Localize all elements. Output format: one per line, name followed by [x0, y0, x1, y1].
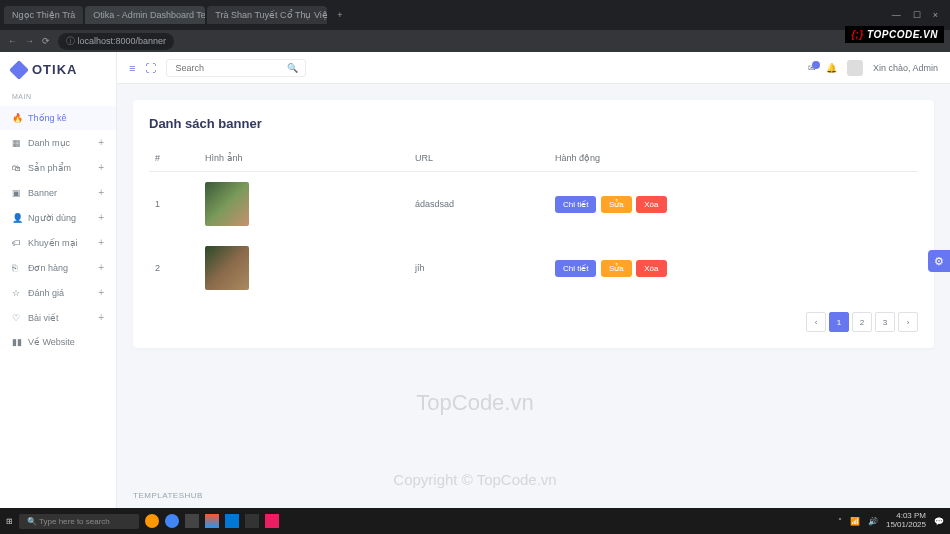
detail-button[interactable]: Chi tiết [555, 196, 596, 213]
reload-icon[interactable]: ⟳ [42, 36, 50, 46]
logo-icon [9, 60, 29, 80]
expand-icon: + [98, 312, 104, 323]
bell-icon[interactable]: 🔔 [826, 63, 837, 73]
tray-wifi-icon[interactable]: 📶 [850, 517, 860, 526]
browser-tab[interactable]: Ngọc Thiện Trà [4, 6, 83, 24]
tray-volume-icon[interactable]: 🔊 [868, 517, 878, 526]
browser-tab[interactable]: Trà Shan Tuyết Cổ Thụ Việt Na... [207, 6, 327, 24]
menu-toggle-icon[interactable]: ≡ [129, 62, 135, 74]
sidebar-item-khuyến-mại[interactable]: 🏷Khuyến mại+ [0, 230, 116, 255]
detail-button[interactable]: Chi tiết [555, 260, 596, 277]
pagination: ‹ 123 › [149, 312, 918, 332]
task-app-icon[interactable] [145, 514, 159, 528]
logo[interactable]: OTIKA [0, 52, 116, 87]
sidebar-item-đánh-giá[interactable]: ☆Đánh giá+ [0, 280, 116, 305]
col-url: URL [409, 145, 549, 172]
edit-button[interactable]: Sửa [601, 260, 632, 277]
expand-icon: + [98, 187, 104, 198]
sidebar-item-sản-phẩm[interactable]: 🛍Sản phẩm+ [0, 155, 116, 180]
notification-icon[interactable]: 💬 [934, 517, 944, 526]
sidebar-item-banner[interactable]: ▣Banner+ [0, 180, 116, 205]
page-prev[interactable]: ‹ [806, 312, 826, 332]
footer: TEMPLATESHUB [117, 483, 950, 508]
url-field[interactable]: ⓘ localhost:8000/banner [58, 33, 174, 50]
nav-label: Đơn hàng [28, 263, 68, 273]
page-3[interactable]: 3 [875, 312, 895, 332]
page-2[interactable]: 2 [852, 312, 872, 332]
table-row: 1 ádasdsad Chi tiết Sửa Xóa [149, 172, 918, 237]
banner-thumbnail[interactable] [205, 246, 249, 290]
task-app-icon[interactable] [265, 514, 279, 528]
watermark-topcode: {;} TOPCODE.VN [845, 26, 944, 43]
start-icon[interactable]: ⊞ [6, 517, 13, 526]
clock-date[interactable]: 15/01/2025 [886, 521, 926, 530]
nav-icon: 🔥 [12, 113, 22, 123]
nav-icon: ⎘ [12, 263, 22, 273]
nav-icon: ▣ [12, 188, 22, 198]
edit-button[interactable]: Sửa [601, 196, 632, 213]
nav-label: Thống kê [28, 113, 67, 123]
cell-num: 2 [149, 236, 199, 300]
task-app-icon[interactable] [185, 514, 199, 528]
cell-url: jíh [409, 236, 549, 300]
task-app-icon[interactable] [165, 514, 179, 528]
nav-label: Đánh giá [28, 288, 64, 298]
fullscreen-icon[interactable]: ⛶ [145, 62, 156, 74]
sidebar-item-về-website[interactable]: ▮▮Về Website [0, 330, 116, 354]
cell-url: ádasdsad [409, 172, 549, 237]
nav-label: Người dùng [28, 213, 76, 223]
new-tab-button[interactable]: + [329, 10, 350, 20]
sidebar-item-đơn-hàng[interactable]: ⎘Đơn hàng+ [0, 255, 116, 280]
search-box[interactable]: 🔍 [166, 59, 306, 77]
maximize-icon[interactable]: ☐ [913, 10, 921, 20]
task-app-icon[interactable] [225, 514, 239, 528]
expand-icon: + [98, 212, 104, 223]
tray-chevron-icon[interactable]: ˄ [838, 517, 842, 526]
task-app-icon[interactable] [245, 514, 259, 528]
expand-icon: + [98, 237, 104, 248]
nav-section-label: MAIN [0, 87, 116, 106]
back-icon[interactable]: ← [8, 36, 17, 46]
sidebar-item-người-dùng[interactable]: 👤Người dùng+ [0, 205, 116, 230]
greeting-text: Xin chào, Admin [873, 63, 938, 73]
delete-button[interactable]: Xóa [636, 260, 666, 277]
nav-icon: ♡ [12, 313, 22, 323]
col-image: Hình ảnh [199, 145, 409, 172]
sidebar: OTIKA MAIN 🔥Thống kê▦Danh mục+🛍Sản phẩm+… [0, 52, 117, 508]
sidebar-item-thống-kê[interactable]: 🔥Thống kê [0, 106, 116, 130]
banner-table: # Hình ảnh URL Hành động 1 ádasdsad Chi … [149, 145, 918, 300]
nav-label: Banner [28, 188, 57, 198]
sidebar-item-bài-viết[interactable]: ♡Bài viết+ [0, 305, 116, 330]
col-num: # [149, 145, 199, 172]
mail-icon[interactable]: ✉ [808, 63, 816, 73]
nav-label: Khuyến mại [28, 238, 78, 248]
nav-label: Về Website [28, 337, 75, 347]
delete-button[interactable]: Xóa [636, 196, 666, 213]
nav-icon: ▦ [12, 138, 22, 148]
taskbar-search[interactable]: 🔍 Type here to search [19, 514, 139, 529]
task-app-icon[interactable] [205, 514, 219, 528]
avatar[interactable] [847, 60, 863, 76]
page-1[interactable]: 1 [829, 312, 849, 332]
nav-label: Bài viết [28, 313, 59, 323]
windows-taskbar: ⊞ 🔍 Type here to search ˄ 📶 🔊 4:03 PM 15… [0, 508, 950, 534]
sidebar-item-danh-mục[interactable]: ▦Danh mục+ [0, 130, 116, 155]
table-row: 2 jíh Chi tiết Sửa Xóa [149, 236, 918, 300]
nav-label: Sản phẩm [28, 163, 71, 173]
page-title: Danh sách banner [149, 116, 918, 131]
nav-icon: 👤 [12, 213, 22, 223]
search-icon[interactable]: 🔍 [287, 63, 298, 73]
banner-thumbnail[interactable] [205, 182, 249, 226]
expand-icon: + [98, 287, 104, 298]
expand-icon: + [98, 137, 104, 148]
forward-icon[interactable]: → [25, 36, 34, 46]
search-input[interactable] [175, 63, 287, 73]
page-next[interactable]: › [898, 312, 918, 332]
browser-tab[interactable]: Otika - Admin Dashboard Tem... × [85, 6, 205, 24]
browser-tab-strip: Ngọc Thiện Trà Otika - Admin Dashboard T… [0, 0, 950, 30]
banner-list-card: Danh sách banner # Hình ảnh URL Hành độn… [133, 100, 934, 348]
close-icon[interactable]: × [933, 10, 938, 20]
col-action: Hành động [549, 145, 918, 172]
minimize-icon[interactable]: — [892, 10, 901, 20]
settings-gear-icon[interactable]: ⚙ [928, 250, 950, 272]
